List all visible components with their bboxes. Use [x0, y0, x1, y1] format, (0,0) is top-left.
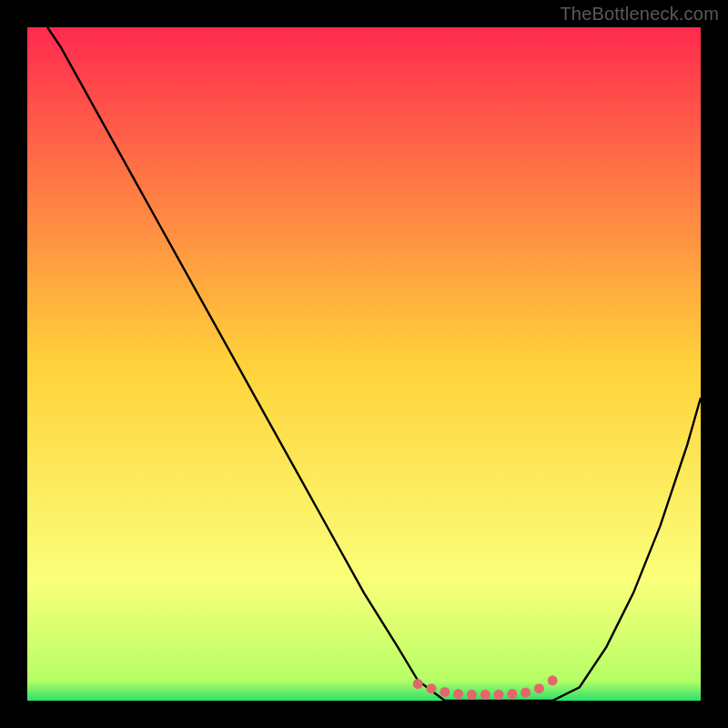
- optimal-dot: [534, 683, 544, 693]
- watermark-text: TheBottleneck.com: [560, 4, 719, 25]
- optimal-dot: [453, 689, 463, 699]
- optimal-dot: [480, 690, 490, 700]
- optimal-dot: [467, 690, 477, 700]
- optimal-dot: [427, 683, 437, 693]
- optimal-dot: [507, 689, 517, 699]
- optimal-dot: [413, 679, 423, 689]
- optimal-dot: [440, 687, 450, 697]
- optimal-dot: [548, 675, 558, 685]
- chart-frame: TheBottleneck.com: [0, 0, 728, 728]
- optimal-dot: [494, 690, 504, 700]
- chart-svg: [27, 27, 701, 701]
- gradient-background: [27, 27, 701, 701]
- plot-area: [27, 27, 701, 701]
- optimal-dot: [521, 688, 531, 698]
